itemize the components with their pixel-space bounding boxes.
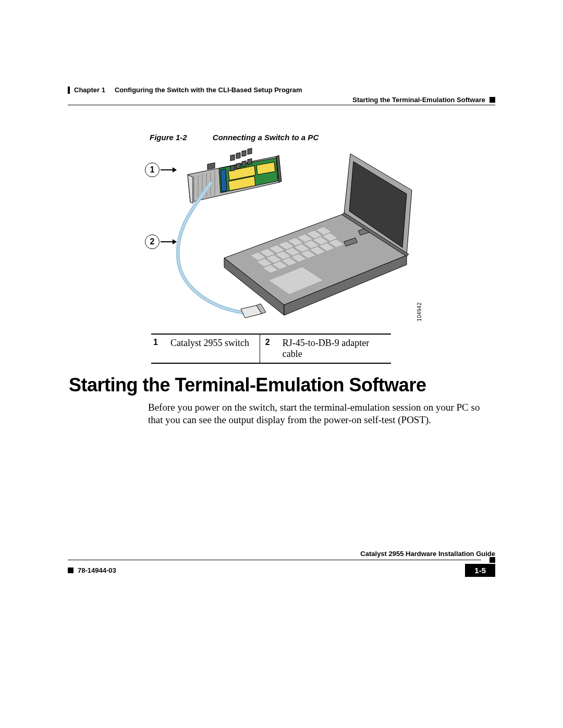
- header-square-icon: [489, 97, 495, 103]
- svg-rect-17: [248, 149, 252, 155]
- figure-illustration: 1 2 104942: [146, 146, 417, 328]
- legend-num-2: 2: [260, 335, 282, 363]
- figure-legend-table: 1 Catalyst 2955 switch 2 RJ-45-to-DB-9 a…: [151, 334, 391, 364]
- chapter-label: Chapter 1: [74, 86, 105, 94]
- figure-title: Connecting a Switch to a PC: [213, 133, 319, 142]
- svg-rect-20: [242, 161, 246, 167]
- callout-1-arrow-icon: [161, 169, 176, 170]
- footer-doc-number: 78-14944-03: [78, 566, 116, 574]
- legend-text-1: Catalyst 2955 switch: [169, 335, 260, 363]
- page-footer: Catalyst 2955 Hardware Installation Guid…: [68, 549, 495, 577]
- svg-rect-21: [248, 159, 252, 165]
- svg-rect-19: [236, 163, 240, 169]
- svg-marker-1: [188, 175, 193, 203]
- footer-rule: [68, 560, 481, 560]
- footer-square-icon: [489, 557, 495, 563]
- page-header: Chapter 1 Configuring the Switch with th…: [68, 86, 495, 105]
- footer-bar: [68, 557, 495, 563]
- svg-rect-18: [230, 165, 235, 171]
- svg-rect-22: [207, 163, 215, 169]
- footer-bottom-row: 78-14944-03 1-5: [68, 564, 495, 577]
- legend-num-1: 1: [151, 335, 169, 363]
- callout-2-arrow-icon: [161, 241, 176, 242]
- section-heading: Starting the Terminal-Emulation Software: [69, 374, 426, 396]
- header-bottom-row: Starting the Terminal-Emulation Software: [68, 96, 495, 104]
- header-rule: [68, 105, 495, 105]
- page: Chapter 1 Configuring the Switch with th…: [0, 0, 563, 728]
- diagram-svg: [146, 146, 417, 328]
- legend-text-2: RJ-45-to-DB-9 adapter cable: [282, 335, 391, 363]
- footer-guide-title: Catalyst 2955 Hardware Installation Guid…: [360, 550, 495, 558]
- figure-image-number: 104942: [417, 302, 422, 321]
- footer-guide-row: Catalyst 2955 Hardware Installation Guid…: [68, 549, 495, 558]
- svg-rect-16: [242, 151, 246, 157]
- chapter-title: Configuring the Switch with the CLI-Base…: [115, 86, 302, 94]
- footer-left: 78-14944-03: [68, 566, 116, 574]
- page-number: 1-5: [465, 564, 495, 577]
- callout-1: 1: [145, 163, 160, 177]
- header-top-row: Chapter 1 Configuring the Switch with th…: [68, 86, 495, 94]
- callout-1-number: 1: [150, 165, 155, 175]
- db9-connector: [241, 304, 266, 318]
- figure-label: Figure 1-2: [150, 133, 187, 142]
- legend-row: 1 Catalyst 2955 switch 2 RJ-45-to-DB-9 a…: [151, 335, 391, 363]
- svg-rect-14: [230, 155, 235, 161]
- callout-2-number: 2: [150, 237, 155, 246]
- section-title: Starting the Terminal-Emulation Software: [352, 96, 485, 104]
- header-bar-icon: [68, 87, 70, 94]
- svg-marker-10: [221, 169, 227, 192]
- footer-bar-icon: [68, 567, 74, 573]
- callout-2: 2: [145, 235, 160, 249]
- figure-caption: Figure 1-2 Connecting a Switch to a PC: [150, 133, 319, 142]
- svg-rect-15: [236, 153, 240, 159]
- body-paragraph: Before you power on the switch, start th…: [148, 401, 493, 427]
